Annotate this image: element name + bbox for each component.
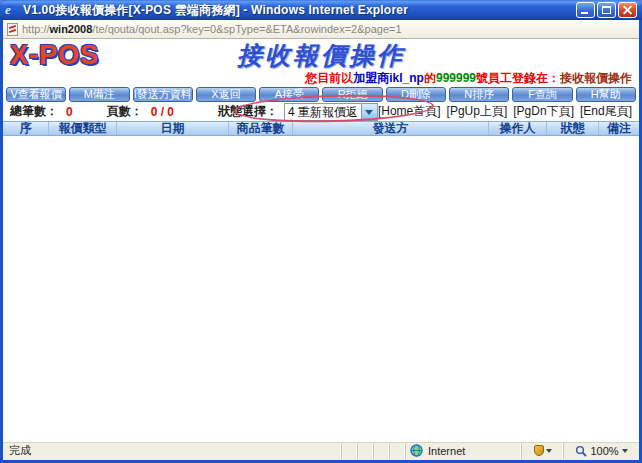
login-status-line: 您目前以加盟商ikl_np的999999號員工登錄在：接收報價操作 bbox=[3, 71, 639, 86]
page-icon bbox=[7, 23, 18, 36]
window-title: V1.00接收報價操作[X-POS 雲端商務網] - Windows Inter… bbox=[23, 2, 576, 19]
zone-label: Internet bbox=[428, 445, 465, 457]
col-date: 日期 bbox=[117, 122, 229, 135]
status-bar: 完成 Internet 100% bbox=[3, 440, 639, 460]
login-status-segment: 的 bbox=[424, 71, 436, 85]
nav-pgup-link[interactable]: [PgUp上頁] bbox=[447, 103, 508, 120]
url-protocol: http:// bbox=[22, 23, 50, 35]
login-status-segment: 接收報價操作 bbox=[560, 71, 632, 85]
status-panel bbox=[357, 443, 373, 459]
page-count-value: 0 / 0 bbox=[151, 105, 174, 119]
search-button[interactable]: F查詢 bbox=[512, 87, 572, 102]
back-button[interactable]: X返回 bbox=[196, 87, 256, 102]
memo-button[interactable]: M備注 bbox=[69, 87, 129, 102]
col-quote-type: 報價類型 bbox=[49, 122, 117, 135]
minimize-button[interactable] bbox=[576, 2, 595, 18]
page-content: X-POS 接收報價操作 您目前以加盟商ikl_np的999999號員工登錄在：… bbox=[3, 39, 639, 440]
total-count-value: 0 bbox=[66, 105, 73, 119]
browser-window: e V1.00接收報價操作[X-POS 雲端商務網] - Windows Int… bbox=[0, 0, 642, 463]
url-path: /te/qouta/qout.asp?key=0&spType=&ETA&row… bbox=[92, 23, 401, 35]
status-panel bbox=[373, 443, 389, 459]
nav-pgdn-link[interactable]: [PgDn下頁] bbox=[513, 103, 574, 120]
login-status-segment: 您目前以 bbox=[305, 71, 353, 85]
nav-home-link[interactable]: [Home首頁] bbox=[378, 103, 441, 120]
delete-button[interactable]: D刪除 bbox=[386, 87, 446, 102]
col-memo: 備注 bbox=[599, 122, 639, 135]
col-sender: 發送方 bbox=[293, 122, 489, 135]
chevron-down-icon[interactable] bbox=[361, 104, 377, 120]
col-seq: 序 bbox=[3, 122, 49, 135]
shield-icon bbox=[534, 445, 544, 456]
minimize-icon bbox=[581, 12, 588, 14]
zoom-control[interactable]: 100% bbox=[563, 443, 639, 459]
close-button[interactable] bbox=[618, 2, 637, 18]
action-toolbar: V查看報價 M備注 I發送方資料 X返回 A接受 R拒絕 D刪除 N排序 F查詢… bbox=[3, 86, 639, 103]
login-status-segment: ikl_np bbox=[389, 71, 424, 85]
col-operator: 操作人 bbox=[489, 122, 547, 135]
col-status: 狀態 bbox=[547, 122, 599, 135]
table-header: 序 報價類型 日期 商品筆數 發送方 操作人 狀態 備注 bbox=[3, 121, 639, 136]
protected-mode-panel[interactable] bbox=[521, 443, 563, 459]
url-host: win2008 bbox=[50, 23, 93, 35]
status-text: 完成 bbox=[3, 443, 341, 458]
view-quote-button[interactable]: V查看報價 bbox=[6, 87, 66, 102]
chevron-down-icon bbox=[622, 449, 628, 456]
security-zone-panel: Internet bbox=[405, 443, 521, 459]
sender-info-button[interactable]: I發送方資料 bbox=[133, 87, 193, 102]
chevron-down-icon bbox=[546, 449, 552, 456]
maximize-button[interactable] bbox=[597, 2, 616, 18]
magnifier-icon bbox=[575, 445, 587, 457]
status-select-value: 4 重新報價返 bbox=[285, 104, 361, 120]
status-panel bbox=[389, 443, 405, 459]
ie-logo-icon: e bbox=[5, 3, 19, 17]
login-status-segment: 加盟商 bbox=[353, 71, 389, 85]
reject-button[interactable]: R拒絕 bbox=[322, 87, 382, 102]
maximize-icon bbox=[602, 6, 611, 14]
totals-row: 總筆數： 0 頁數： 0 / 0 狀態選擇： 4 重新報價返 [Home首頁] … bbox=[3, 103, 639, 120]
status-select-label: 狀態選擇： bbox=[218, 103, 278, 120]
page-title: 接收報價操作 bbox=[3, 42, 639, 69]
sort-button[interactable]: N排序 bbox=[449, 87, 509, 102]
login-status-segment: 999999 bbox=[436, 71, 476, 85]
url-field[interactable]: http://win2008/te/qouta/qout.asp?key=0&s… bbox=[22, 23, 402, 35]
page-count-label: 頁數： bbox=[107, 103, 143, 120]
login-status-segment: 號員工登錄在： bbox=[476, 71, 560, 85]
total-count-label: 總筆數： bbox=[10, 103, 58, 120]
title-bar: e V1.00接收報價操作[X-POS 雲端商務網] - Windows Int… bbox=[0, 0, 642, 20]
close-icon bbox=[619, 3, 636, 17]
nav-end-link[interactable]: [End尾頁] bbox=[580, 103, 632, 120]
table-body-empty bbox=[3, 136, 639, 440]
globe-icon bbox=[410, 444, 423, 457]
address-bar: http://win2008/te/qouta/qout.asp?key=0&s… bbox=[3, 20, 639, 39]
col-item-count: 商品筆數 bbox=[229, 122, 293, 135]
zoom-level: 100% bbox=[590, 445, 618, 457]
status-panel bbox=[341, 443, 357, 459]
help-button[interactable]: H幫助 bbox=[576, 87, 636, 102]
accept-button[interactable]: A接受 bbox=[259, 87, 319, 102]
status-select[interactable]: 4 重新報價返 bbox=[284, 103, 378, 121]
